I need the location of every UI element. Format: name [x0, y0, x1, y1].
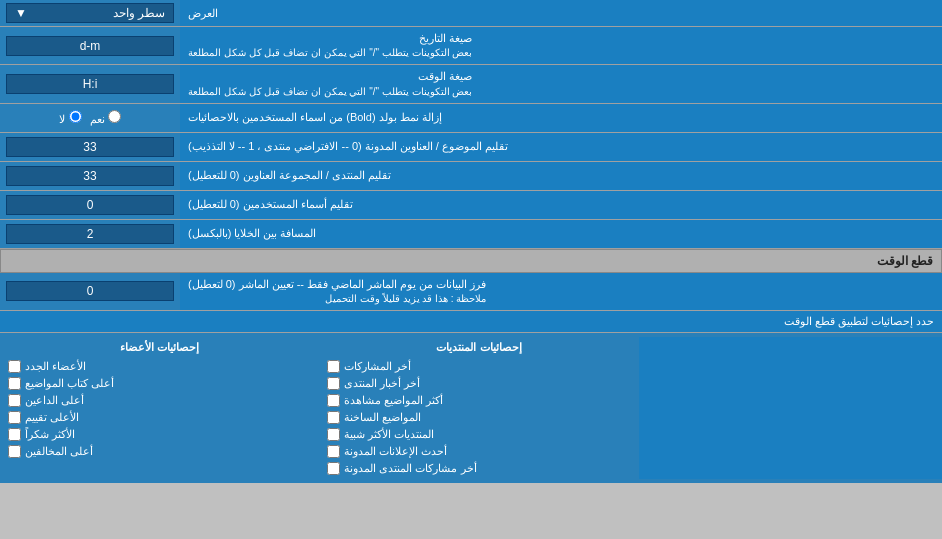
- forum-stat-2: أخر أخبار المنتدى: [327, 375, 630, 392]
- dropdown-arrow-icon: ▼: [15, 6, 27, 20]
- date-format-label: صيغة التاريخ بعض التكوينات يتطلب "/" الت…: [180, 27, 942, 64]
- forum-stats-col: إحصائيات المنتديات أخر المشاركات أخر أخب…: [319, 337, 638, 479]
- header-label: العرض: [180, 0, 942, 26]
- cutoff-label: فرز البيانات من يوم الماشر الماضي فقط --…: [180, 273, 942, 310]
- gap-between-row: المسافة بين الخلايا (بالبكسل): [0, 220, 942, 249]
- empty-left-area: [639, 337, 942, 479]
- topics-per-page-input[interactable]: [6, 137, 174, 157]
- checkbox-forum-3[interactable]: [327, 394, 340, 407]
- checkbox-member-4[interactable]: [8, 411, 21, 424]
- forum-per-page-row: تقليم المنتدى / المجموعة العناوين (0 للت…: [0, 162, 942, 191]
- forum-stat-3: أكثر المواضيع مشاهدة: [327, 392, 630, 409]
- checkboxes-area: إحصائيات المنتديات أخر المشاركات أخر أخب…: [0, 333, 942, 483]
- member-stats-header: إحصائيات الأعضاء: [8, 339, 311, 358]
- topics-per-page-label: تقليم الموضوع / العناوين المدونة (0 -- ا…: [180, 133, 942, 161]
- radio-label-text: إزالة نمط بولد (Bold) من اسماء المستخدمي…: [188, 110, 442, 125]
- forum-per-page-text: تقليم المنتدى / المجموعة العناوين (0 للت…: [188, 168, 391, 183]
- time-format-subtitle: بعض التكوينات يتطلب "/" التي يمكن ان تضا…: [188, 85, 472, 99]
- date-format-title: صيغة التاريخ: [188, 31, 472, 46]
- checkbox-member-3[interactable]: [8, 394, 21, 407]
- checkbox-forum-7[interactable]: [327, 462, 340, 475]
- member-stat-5: الأكثر شكراً: [8, 426, 311, 443]
- date-format-input-cell: [0, 27, 180, 64]
- member-stat-2: أعلى كتاب المواضيع: [8, 375, 311, 392]
- member-stat-6: أعلى المخالفين: [8, 443, 311, 460]
- date-format-input[interactable]: [6, 36, 174, 56]
- topics-per-page-input-cell: [0, 133, 180, 161]
- gap-between-input[interactable]: [6, 224, 174, 244]
- limit-row: حدد إحصائيات لتطبيق قطع الوقت: [0, 311, 942, 333]
- radio-input-cell: نعم لا: [0, 104, 180, 132]
- radio-row: إزالة نمط بولد (Bold) من اسماء المستخدمي…: [0, 104, 942, 133]
- cutoff-input[interactable]: [6, 281, 174, 301]
- users-per-page-label: تقليم أسماء المستخدمين (0 للتعطيل): [180, 191, 942, 219]
- member-stat-4: الأعلى تقييم: [8, 409, 311, 426]
- gap-between-text: المسافة بين الخلايا (بالبكسل): [188, 226, 317, 241]
- time-format-input[interactable]: [6, 74, 174, 94]
- forum-stats-header: إحصائيات المنتديات: [327, 339, 630, 358]
- cutoff-main-text: فرز البيانات من يوم الماشر الماضي فقط --…: [188, 277, 486, 292]
- header-row: العرض سطر واحد ▼: [0, 0, 942, 27]
- limit-label-text: حدد إحصائيات لتطبيق قطع الوقت: [784, 315, 934, 327]
- radio-yes[interactable]: [108, 110, 121, 123]
- forum-stat-1: أخر المشاركات: [327, 358, 630, 375]
- checkbox-forum-2[interactable]: [327, 377, 340, 390]
- cutoff-section-title: قطع الوقت: [877, 254, 933, 268]
- topics-per-page-text: تقليم الموضوع / العناوين المدونة (0 -- ا…: [188, 139, 508, 154]
- forum-stat-6: أحدث الإعلانات المدونة: [327, 443, 630, 460]
- users-per-page-input-cell: [0, 191, 180, 219]
- member-stats-col: إحصائيات الأعضاء الأعضاء الجدد أعلى كتاب…: [0, 337, 319, 479]
- radio-label-cell: إزالة نمط بولد (Bold) من اسماء المستخدمي…: [180, 104, 942, 132]
- time-format-title: صيغة الوقت: [188, 69, 472, 84]
- cutoff-sub-text: ملاحظة : هذا قد يزيد قليلاً وقت التحميل: [188, 292, 486, 306]
- forum-per-page-input-cell: [0, 162, 180, 190]
- checkbox-forum-4[interactable]: [327, 411, 340, 424]
- checkbox-forum-6[interactable]: [327, 445, 340, 458]
- header-title: العرض: [188, 7, 218, 20]
- checkbox-member-1[interactable]: [8, 360, 21, 373]
- limit-label: حدد إحصائيات لتطبيق قطع الوقت: [0, 311, 942, 332]
- forum-stat-7: أخر مشاركات المنتدى المدونة: [327, 460, 630, 477]
- display-dropdown[interactable]: سطر واحد ▼: [6, 3, 174, 23]
- cutoff-row: فرز البيانات من يوم الماشر الماضي فقط --…: [0, 273, 942, 311]
- checkbox-forum-1[interactable]: [327, 360, 340, 373]
- gap-between-input-cell: [0, 220, 180, 248]
- time-format-input-cell: [0, 65, 180, 102]
- checkbox-member-5[interactable]: [8, 428, 21, 441]
- checkbox-member-2[interactable]: [8, 377, 21, 390]
- forum-per-page-input[interactable]: [6, 166, 174, 186]
- main-container: العرض سطر واحد ▼ صيغة التاريخ بعض التكوي…: [0, 0, 942, 483]
- cutoff-input-cell: [0, 273, 180, 310]
- checkbox-member-6[interactable]: [8, 445, 21, 458]
- radio-no[interactable]: [69, 110, 82, 123]
- member-stat-1: الأعضاء الجدد: [8, 358, 311, 375]
- time-format-label: صيغة الوقت بعض التكوينات يتطلب "/" التي …: [180, 65, 942, 102]
- forum-stat-4: المواضيع الساخنة: [327, 409, 630, 426]
- radio-yes-label[interactable]: نعم: [90, 110, 121, 126]
- forum-stat-5: المنتديات الأكثر شبية: [327, 426, 630, 443]
- radio-no-label[interactable]: لا: [59, 110, 81, 126]
- checkbox-forum-5[interactable]: [327, 428, 340, 441]
- forum-per-page-label: تقليم المنتدى / المجموعة العناوين (0 للت…: [180, 162, 942, 190]
- users-per-page-input[interactable]: [6, 195, 174, 215]
- users-per-page-text: تقليم أسماء المستخدمين (0 للتعطيل): [188, 197, 353, 212]
- dropdown-label: سطر واحد: [113, 6, 165, 20]
- date-format-row: صيغة التاريخ بعض التكوينات يتطلب "/" الت…: [0, 27, 942, 65]
- gap-between-label: المسافة بين الخلايا (بالبكسل): [180, 220, 942, 248]
- users-per-page-row: تقليم أسماء المستخدمين (0 للتعطيل): [0, 191, 942, 220]
- header-input-cell: سطر واحد ▼: [0, 0, 180, 26]
- topics-per-page-row: تقليم الموضوع / العناوين المدونة (0 -- ا…: [0, 133, 942, 162]
- date-format-subtitle: بعض التكوينات يتطلب "/" التي يمكن ان تضا…: [188, 46, 472, 60]
- time-format-row: صيغة الوقت بعض التكوينات يتطلب "/" التي …: [0, 65, 942, 103]
- cutoff-section-header: قطع الوقت: [0, 249, 942, 273]
- member-stat-3: أعلى الداعين: [8, 392, 311, 409]
